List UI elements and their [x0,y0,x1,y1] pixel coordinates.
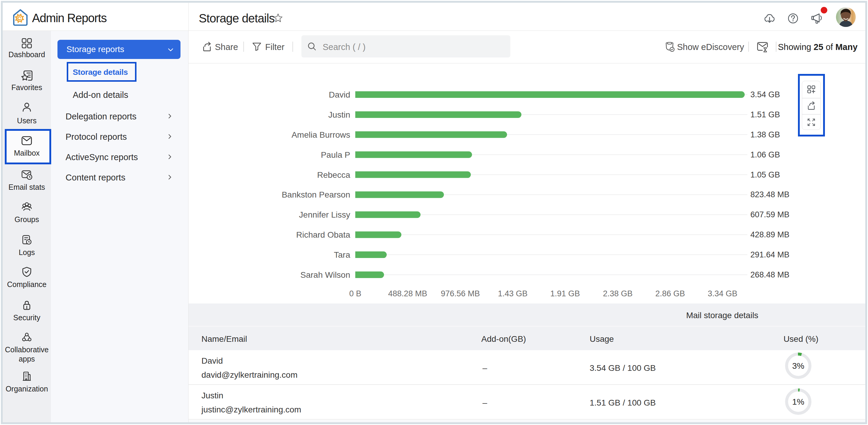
svg-text:1.51 GB: 1.51 GB [750,110,780,119]
svg-text:David: David [329,90,350,99]
svg-text:0 B: 0 B [349,289,362,298]
svg-text:3.54 GB: 3.54 GB [750,90,780,99]
svg-text:Paula P: Paula P [321,150,350,159]
svg-text:Amelia Burrows: Amelia Burrows [291,130,350,140]
svg-text:1%: 1% [792,397,804,406]
svg-text:1.43 GB: 1.43 GB [498,289,527,298]
svg-text:Tara: Tara [334,250,350,260]
svg-text:Sarah Wilson: Sarah Wilson [300,270,350,279]
svg-text:1.38 GB: 1.38 GB [750,130,780,139]
svg-text:2.38 GB: 2.38 GB [603,289,632,298]
svg-text:Jennifer Lissy: Jennifer Lissy [299,210,350,219]
svg-text:823.48 MB: 823.48 MB [750,190,789,199]
svg-text:Bankston Pearson: Bankston Pearson [282,190,350,199]
svg-text:3.34 GB: 3.34 GB [708,289,737,298]
svg-text:607.59 MB: 607.59 MB [750,210,789,219]
svg-text:976.56 MB: 976.56 MB [441,289,480,298]
svg-text:3%: 3% [792,361,804,370]
svg-text:428.89 MB: 428.89 MB [750,230,789,239]
svg-text:488.28 MB: 488.28 MB [388,289,427,298]
svg-text:291.64 MB: 291.64 MB [750,250,789,259]
svg-text:1.06 GB: 1.06 GB [750,150,780,159]
svg-text:1.05 GB: 1.05 GB [750,170,780,179]
svg-text:268.48 MB: 268.48 MB [750,270,789,279]
svg-text:Justin: Justin [328,110,350,119]
svg-text:Richard Obata: Richard Obata [296,230,350,239]
svg-text:2.86 GB: 2.86 GB [655,289,685,298]
svg-text:1.91 GB: 1.91 GB [550,289,580,298]
svg-text:Rebecca: Rebecca [317,170,350,180]
